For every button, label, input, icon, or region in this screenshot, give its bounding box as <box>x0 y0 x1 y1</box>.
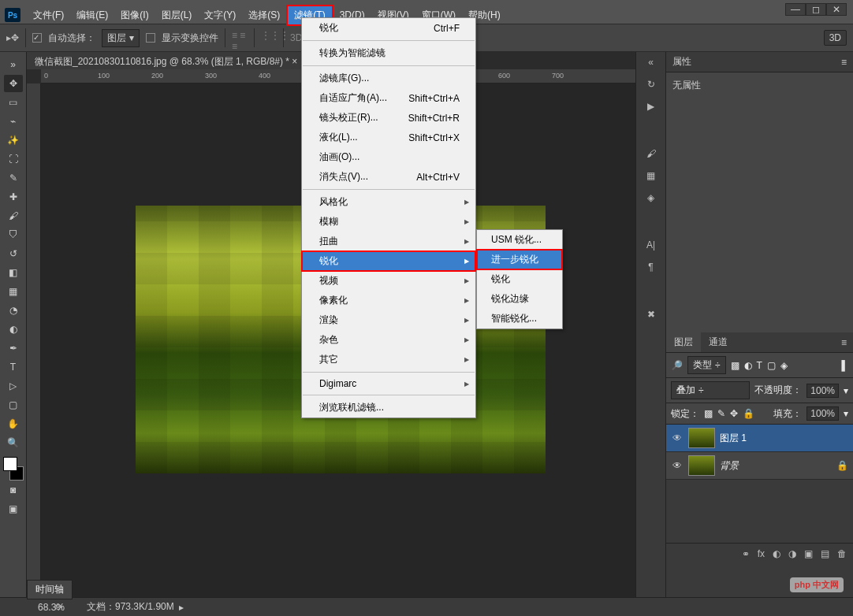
move-tool[interactable]: ✥ <box>4 75 23 92</box>
filter-adjust-icon[interactable]: ◐ <box>744 360 752 371</box>
submenu-item[interactable]: 智能锐化... <box>477 309 562 328</box>
lock-move-icon[interactable]: ✥ <box>730 408 738 419</box>
layer-name[interactable]: 背景 <box>720 459 739 473</box>
sync-icon[interactable]: ⟳ <box>55 602 63 613</box>
visibility-icon[interactable]: 👁 <box>671 460 684 471</box>
menu-item[interactable]: 杂色 <box>302 330 475 350</box>
wand-tool[interactable]: ✨ <box>4 132 23 149</box>
autoselect-checkbox[interactable] <box>32 33 42 43</box>
autoselect-target[interactable]: 图层▾ <box>102 29 140 47</box>
layer-row-1[interactable]: 👁 图层 1 <box>666 425 853 452</box>
hand-tool[interactable]: ✋ <box>4 415 23 432</box>
mask-icon[interactable]: ◐ <box>773 548 780 559</box>
menu-item[interactable]: 锐化 <box>302 251 475 271</box>
brush-panel-icon[interactable]: 🖌 <box>646 148 656 159</box>
blur-tool[interactable]: ◔ <box>4 302 23 319</box>
fill-input[interactable]: 100% <box>806 406 839 421</box>
fx-icon[interactable]: fx <box>758 548 765 559</box>
menu-item[interactable]: 液化(L)...Shift+Ctrl+X <box>302 128 475 147</box>
submenu-item[interactable]: 进一步锐化 <box>477 250 562 269</box>
document-tab[interactable]: 微信截图_20210830110816.jpg @ 68.3% (图层 1, R… <box>27 52 306 69</box>
menu-item[interactable]: 滤镜库(G)... <box>302 69 475 88</box>
menu-item[interactable]: 锐化Ctrl+F <box>302 18 475 38</box>
styles-panel-icon[interactable]: ◈ <box>647 192 654 203</box>
delete-icon[interactable]: 🗑 <box>837 548 847 559</box>
visibility-icon[interactable]: 👁 <box>671 432 684 443</box>
menu-item[interactable]: 风格化 <box>302 192 475 212</box>
layer-name[interactable]: 图层 1 <box>720 432 747 445</box>
layer-thumbnail[interactable] <box>688 428 715 448</box>
show-transform-checkbox[interactable] <box>146 33 155 43</box>
screenmode-tool[interactable]: ▣ <box>4 500 23 518</box>
minimize-button[interactable]: — <box>785 3 806 16</box>
new-layer-icon[interactable]: ▤ <box>821 548 829 559</box>
lock-all-icon[interactable]: 🔒 <box>743 408 754 419</box>
gradient-tool[interactable]: ▦ <box>4 283 23 300</box>
heal-tool[interactable]: ✚ <box>4 188 23 206</box>
history-icon[interactable]: ↻ <box>647 79 655 90</box>
color-swatches[interactable] <box>2 457 25 481</box>
eyedropper-tool[interactable]: ✎ <box>4 169 23 187</box>
dock-arrow-icon[interactable]: « <box>648 57 654 68</box>
opacity-input[interactable]: 100% <box>806 384 839 398</box>
submenu-item[interactable]: USM 锐化... <box>477 230 562 250</box>
path-tool[interactable]: ▷ <box>4 377 23 395</box>
3d-button[interactable]: 3D <box>824 30 847 46</box>
menu-image[interactable]: 图像(I) <box>114 6 155 24</box>
quickmask-tool[interactable]: ◙ <box>4 481 23 499</box>
layer-row-bg[interactable]: 👁 背景 🔒 <box>666 452 853 480</box>
search-icon[interactable]: 🔎 <box>671 360 683 371</box>
shape-tool[interactable]: ▢ <box>4 396 23 414</box>
history-brush-tool[interactable]: ↺ <box>4 245 23 262</box>
layer-filter-kind[interactable]: 类型÷ <box>687 356 726 374</box>
filter-pixel-icon[interactable]: ▩ <box>731 360 739 371</box>
menu-item[interactable]: 渲染 <box>302 310 475 330</box>
menu-file[interactable]: 文件(F) <box>27 6 70 24</box>
character-panel-icon[interactable]: A| <box>646 239 655 250</box>
submenu-item[interactable]: 锐化边缘 <box>477 289 562 309</box>
menu-item[interactable]: 模糊 <box>302 212 475 232</box>
submenu-item[interactable]: 锐化 <box>477 269 562 289</box>
menu-item[interactable]: 镜头校正(R)...Shift+Ctrl+R <box>302 108 475 128</box>
distribute-icons[interactable]: ⋮⋮⋮ <box>261 30 277 46</box>
zoom-tool[interactable]: 🔍 <box>4 434 23 451</box>
menu-item[interactable]: 其它 <box>302 350 475 369</box>
filter-smart-icon[interactable]: ◈ <box>780 360 788 371</box>
tab-layers[interactable]: 图层 <box>666 332 701 352</box>
menu-item[interactable]: 转换为智能滤镜 <box>302 43 475 63</box>
tools-panel-icon[interactable]: ✖ <box>647 309 655 320</box>
filter-type-icon[interactable]: T <box>757 360 762 371</box>
pen-tool[interactable]: ✒ <box>4 340 23 357</box>
lasso-tool[interactable]: ⌁ <box>4 113 23 130</box>
expand-icon[interactable]: » <box>4 56 23 73</box>
menu-item[interactable]: 自适应广角(A)...Shift+Ctrl+A <box>302 88 475 108</box>
panel-menu-icon[interactable]: ≡ <box>841 337 853 348</box>
stamp-tool[interactable]: ⛉ <box>4 226 23 243</box>
group-icon[interactable]: ▣ <box>804 548 813 559</box>
lock-brush-icon[interactable]: ✎ <box>717 408 725 419</box>
menu-select[interactable]: 选择(S) <box>242 6 286 24</box>
link-icon[interactable]: ⚭ <box>742 548 750 559</box>
swatches-panel-icon[interactable]: ▦ <box>646 170 655 181</box>
close-button[interactable]: ✕ <box>826 3 847 16</box>
crop-tool[interactable]: ⛶ <box>4 150 23 168</box>
menu-item[interactable]: 消失点(V)...Alt+Ctrl+V <box>302 167 475 187</box>
adjustment-icon[interactable]: ◑ <box>788 548 796 559</box>
menu-edit[interactable]: 编辑(E) <box>70 6 114 24</box>
menu-item[interactable]: Digimarc <box>302 375 475 392</box>
layer-thumbnail[interactable] <box>688 455 715 476</box>
menu-layer[interactable]: 图层(L) <box>155 6 199 24</box>
menu-item[interactable]: 视频 <box>302 271 475 291</box>
tab-channels[interactable]: 通道 <box>701 332 736 352</box>
maximize-button[interactable]: ◻ <box>806 3 826 16</box>
align-icons[interactable]: ≡ ≡ ≡ <box>232 30 248 46</box>
menu-item[interactable]: 像素化 <box>302 291 475 310</box>
eraser-tool[interactable]: ◧ <box>4 264 23 281</box>
dodge-tool[interactable]: ◐ <box>4 321 23 338</box>
blend-mode-select[interactable]: 叠加÷ <box>671 381 750 399</box>
properties-panel-header[interactable]: 属性≡ <box>666 52 853 72</box>
menu-type[interactable]: 文字(Y) <box>198 6 242 24</box>
info-arrow-icon[interactable]: ▸ <box>179 602 184 613</box>
timeline-tab[interactable]: 时间轴 <box>27 580 73 599</box>
type-tool[interactable]: T <box>4 358 23 376</box>
